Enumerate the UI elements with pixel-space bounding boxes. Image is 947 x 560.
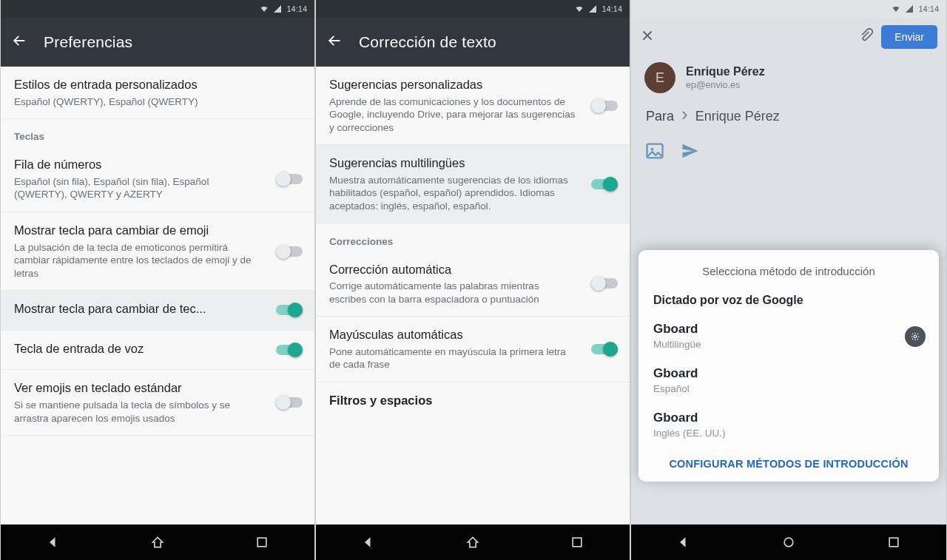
from-email: ep@envio.es — [686, 80, 765, 90]
ime-option-title: Gboard — [653, 366, 924, 381]
ime-option[interactable]: Gboard Español — [638, 359, 939, 403]
ime-settings-button[interactable] — [905, 326, 926, 347]
section-keys: Teclas — [1, 119, 314, 146]
ime-option[interactable]: Gboard Inglés (EE. UU.) — [638, 403, 939, 448]
toggle-emoji-physical[interactable] — [276, 395, 303, 410]
toggle-switch-keyboard[interactable] — [276, 303, 303, 317]
nav-recent-icon[interactable] — [255, 535, 269, 550]
item-input-styles[interactable]: Estilos de entrada personalizados Españo… — [1, 67, 314, 119]
toggle-multilingual[interactable] — [591, 177, 618, 192]
status-bar: 14:14 — [316, 0, 630, 18]
from-name: Enrique Pérez — [686, 65, 765, 78]
back-button[interactable] — [326, 33, 343, 52]
ime-option-sub: Inglés (EE. UU.) — [653, 428, 924, 439]
app-bar: Corrección de texto — [316, 18, 630, 67]
item-number-row[interactable]: Fila de números Español (sin fila), Espa… — [1, 146, 314, 212]
sheet-footer-link[interactable]: CONFIGURAR MÉTODOS DE INTRODUCCIÓN — [638, 448, 939, 477]
item-switch-keyboard-key[interactable]: Mostrar tecla para cambiar de tec... — [1, 291, 314, 331]
item-personal-suggestions[interactable]: Sugerencias personalizadas Aprende de la… — [316, 67, 630, 145]
input-method-sheet: Selecciona método de introducción Dictad… — [638, 250, 939, 482]
item-emoji-key[interactable]: Mostrar tecla para cambiar de emoji La p… — [1, 212, 314, 291]
phone-preferences: 14:14 Preferencias Estilos de entrada pe… — [0, 0, 315, 560]
status-time: 14:14 — [918, 4, 939, 13]
compose-body: Enviar E Enrique Pérez ep@envio.es Para … — [631, 18, 946, 524]
arrow-left-icon — [11, 33, 27, 49]
compose-topbar: Enviar — [631, 18, 946, 56]
toggle-personal-suggestions[interactable] — [591, 98, 618, 113]
arrow-left-icon — [326, 33, 343, 49]
nav-recent-icon[interactable] — [570, 535, 584, 550]
svg-point-5 — [784, 538, 793, 547]
nav-home-icon[interactable] — [465, 535, 480, 550]
close-icon — [640, 28, 655, 43]
status-time: 14:14 — [601, 4, 622, 13]
item-auto-correction[interactable]: Corrección automática Corrige automática… — [316, 252, 630, 317]
nav-bar — [631, 524, 946, 560]
phone-text-correction: 14:14 Corrección de texto Sugerencias pe… — [315, 0, 630, 560]
section-filters: Filtros y espacios — [316, 382, 630, 414]
send-button[interactable]: Enviar — [881, 25, 937, 49]
send-icon[interactable] — [680, 141, 701, 161]
sheet-header: Selecciona método de introducción — [638, 260, 939, 289]
item-auto-caps[interactable]: Mayúsculas automáticas Pone automáticame… — [316, 317, 630, 382]
svg-rect-1 — [573, 538, 582, 547]
page-title: Corrección de texto — [359, 33, 496, 51]
ime-option-sub: Español — [653, 383, 924, 394]
nav-bar — [316, 524, 630, 560]
compose-tools — [631, 135, 946, 172]
page-title: Preferencias — [44, 33, 132, 51]
sheet-subheader: Dictado por voz de Google — [638, 289, 939, 314]
to-value: Enrique Pérez — [695, 109, 780, 124]
nav-back-icon[interactable] — [46, 535, 61, 550]
status-time: 14:14 — [286, 4, 307, 13]
avatar: E — [644, 62, 675, 93]
svg-rect-6 — [889, 538, 898, 547]
chevron-right-icon: › — [681, 107, 688, 122]
signal-icon — [905, 4, 914, 13]
gear-icon — [910, 331, 920, 342]
item-voice-key[interactable]: Tecla de entrada de voz — [1, 331, 314, 371]
attach-button[interactable] — [859, 28, 874, 46]
svg-point-4 — [914, 335, 917, 338]
to-label: Para — [646, 109, 674, 124]
toggle-emoji-key[interactable] — [276, 244, 303, 259]
wifi-icon — [575, 4, 584, 13]
item-multilingual-suggestions[interactable]: Sugerencias multilingües Muestra automát… — [316, 145, 630, 223]
ime-option-title: Gboard — [653, 411, 924, 425]
svg-rect-0 — [257, 538, 266, 547]
from-row[interactable]: E Enrique Pérez ep@envio.es — [631, 56, 946, 104]
nav-bar — [1, 524, 314, 560]
app-bar: Preferencias — [1, 18, 314, 67]
signal-icon — [588, 4, 597, 13]
status-bar: 14:14 — [1, 0, 314, 18]
status-bar: 14:14 — [631, 0, 946, 18]
ime-option-sub: Multilingüe — [653, 339, 924, 350]
toggle-auto-caps[interactable] — [591, 342, 618, 357]
back-button[interactable] — [11, 33, 27, 52]
section-corrections: Correcciones — [316, 224, 630, 252]
nav-back-icon[interactable] — [676, 535, 691, 550]
settings-list: Sugerencias personalizadas Aprende de la… — [316, 67, 630, 524]
nav-back-icon[interactable] — [361, 535, 376, 550]
nav-home-icon[interactable] — [781, 535, 796, 550]
toggle-number-row[interactable] — [276, 172, 303, 186]
phone-compose: 14:14 Enviar E Enrique Pérez ep@envio.es — [630, 0, 947, 560]
toggle-voice-key[interactable] — [276, 343, 303, 357]
attach-icon — [859, 28, 874, 43]
signal-icon — [273, 4, 282, 13]
toggle-auto-correction[interactable] — [591, 276, 618, 291]
wifi-icon — [892, 4, 900, 13]
svg-point-3 — [651, 148, 654, 151]
to-row[interactable]: Para › Enrique Pérez — [631, 104, 946, 135]
nav-home-icon[interactable] — [150, 535, 165, 550]
ime-option-title: Gboard — [653, 322, 924, 337]
wifi-icon — [260, 4, 269, 13]
settings-list: Estilos de entrada personalizados Españo… — [1, 67, 314, 524]
image-icon[interactable] — [644, 141, 665, 161]
ime-option[interactable]: Gboard Multilingüe — [638, 314, 939, 359]
close-button[interactable] — [640, 28, 655, 46]
nav-recent-icon[interactable] — [886, 535, 901, 550]
item-emoji-physical[interactable]: Ver emojis en teclado estándar Si se man… — [1, 370, 314, 436]
